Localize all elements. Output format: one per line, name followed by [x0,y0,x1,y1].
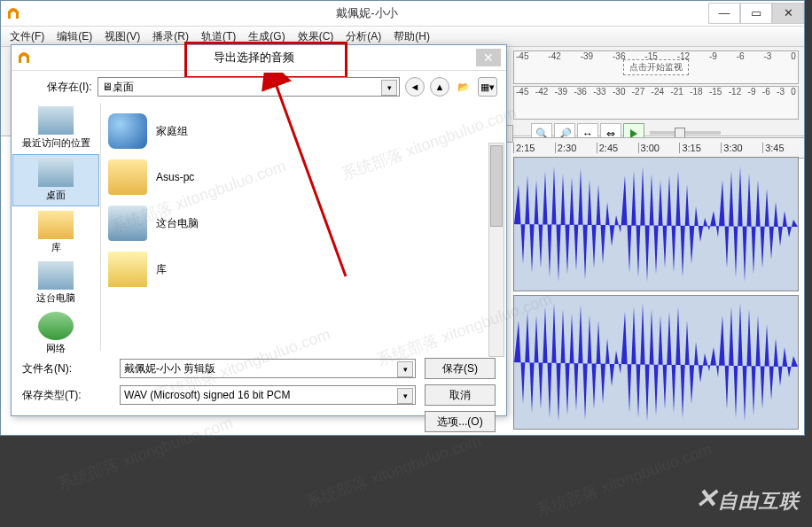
save-in-value: 桌面 [113,80,134,95]
timeline-ruler[interactable]: 2:15 2:30 2:45 3:00 3:15 3:30 3:45 [513,137,804,159]
desktop-icon: 🖥 [102,81,113,93]
recent-icon [38,106,74,135]
chevron-down-icon[interactable]: ▾ [397,388,413,404]
waveform-left[interactable] [513,157,799,291]
desktop-place-icon [38,159,74,187]
views-button[interactable]: ▦▾ [478,77,497,97]
place-computer[interactable]: 这台电脑 [12,258,100,308]
new-folder-button[interactable]: 📂 [455,78,472,96]
close-button[interactable]: ✕ [772,3,804,24]
filetype-label: 保存类型(T): [22,388,111,403]
dialog-titlebar: 导出选择的音频 ✕ [12,45,506,71]
menu-analyze[interactable]: 分析(A) [340,27,386,46]
chevron-down-icon[interactable]: ▾ [381,80,397,96]
app-icon [6,6,20,20]
menu-generate[interactable]: 生成(G) [243,27,290,46]
network-icon [38,312,74,340]
scrollbar-thumb[interactable] [490,145,503,227]
meter-scale-top: -45-42-39-36 点击开始监视 -15-12-9-6-30 [514,51,798,61]
place-recent[interactable]: 最近访问的位置 [12,103,100,153]
screen: 戴佩妮-小小 — ▭ ✕ 文件(F) 编辑(E) 视图(V) 播录(R) 轨道(… [0,0,812,527]
computer-icon [38,261,74,290]
place-libraries[interactable]: 库 [12,207,100,258]
site-logo: ✕自由互联 [695,483,800,515]
chevron-down-icon[interactable]: ▾ [397,361,413,377]
dialog-bottom: 文件名(N): 戴佩妮-小小 剪辑版▾ 保存(S) 保存类型(T): WAV (… [12,351,506,439]
maximize-button[interactable]: ▭ [740,3,772,24]
folder-icon [108,159,147,195]
waveform-area [513,157,799,430]
click-to-monitor[interactable]: 点击开始监视 [623,59,689,75]
menu-help[interactable]: 帮助(H) [388,27,435,46]
watermark: 系统部落 xitongbuluo.com [303,430,484,513]
list-item[interactable]: 这台电脑 [106,200,501,246]
watermark: 系统部落 xitongbuluo.com [534,438,714,522]
options-button[interactable]: 选项...(O) [425,411,496,432]
file-list-scrollbar[interactable] [488,143,504,357]
place-network[interactable]: 网络 [12,308,100,359]
list-item[interactable]: Asus-pc [106,154,501,200]
waveform-right[interactable] [513,295,799,430]
homegroup-icon [108,113,147,149]
save-in-label: 保存在(I): [47,80,92,95]
dialog-title: 导出选择的音频 [31,50,476,66]
dialog-body: 最近访问的位置 桌面 库 这台电脑 网络 家庭组 Asus-pc 这台电脑 库 [12,103,506,351]
minimize-button[interactable]: — [708,3,740,24]
thispc-icon [108,205,147,241]
save-button[interactable]: 保存(S) [425,358,496,379]
export-dialog: 导出选择的音频 ✕ 保存在(I): 🖥 桌面 ▾ ◄ ▲ 📂 ▦▾ 最近访问的位… [11,44,507,416]
menu-effect[interactable]: 效果(C) [293,27,340,46]
filetype-select[interactable]: WAV (Microsoft) signed 16 bit PCM▾ [120,385,416,405]
recording-meter[interactable]: -45-42-39-36 点击开始监视 -15-12-9-6-30 [513,50,799,84]
libraries-icon [38,211,74,239]
save-in-combo[interactable]: 🖥 桌面 ▾ [98,77,400,97]
menu-view[interactable]: 视图(V) [99,27,145,46]
dialog-toolbar: 保存在(I): 🖥 桌面 ▾ ◄ ▲ 📂 ▦▾ [12,71,506,103]
window-title: 戴佩妮-小小 [26,5,708,21]
dialog-close-button[interactable]: ✕ [476,49,501,66]
back-button[interactable]: ◄ [405,77,425,97]
window-buttons: — ▭ ✕ [708,4,804,24]
playback-speed-slider[interactable] [650,131,721,135]
menu-edit[interactable]: 编辑(E) [51,27,98,46]
place-desktop[interactable]: 桌面 [12,154,99,206]
titlebar: 戴佩妮-小小 — ▭ ✕ [1,1,804,27]
places-bar: 最近访问的位置 桌面 库 这台电脑 网络 [12,103,100,351]
cancel-button[interactable]: 取消 [425,384,496,406]
meter-scale-bottom: -45-42-39-36-33-30-27-24-21-18-15-12-9-6… [514,87,798,97]
list-item[interactable]: 库 [106,246,501,292]
playback-meter[interactable]: -45-42-39-36-33-30-27-24-21-18-15-12-9-6… [513,86,799,120]
menu-record[interactable]: 播录(R) [147,27,194,46]
file-list[interactable]: 家庭组 Asus-pc 这台电脑 库 [100,103,506,351]
filename-input[interactable]: 戴佩妮-小小 剪辑版▾ [120,359,416,378]
menu-file[interactable]: 文件(F) [4,27,50,46]
filename-label: 文件名(N): [22,361,111,376]
list-item[interactable]: 家庭组 [106,108,501,154]
library-icon [108,252,147,287]
menu-tracks[interactable]: 轨道(T) [196,27,241,46]
logo-x-icon: ✕ [695,484,718,513]
audacity-icon [17,50,31,65]
up-button[interactable]: ▲ [430,77,449,97]
